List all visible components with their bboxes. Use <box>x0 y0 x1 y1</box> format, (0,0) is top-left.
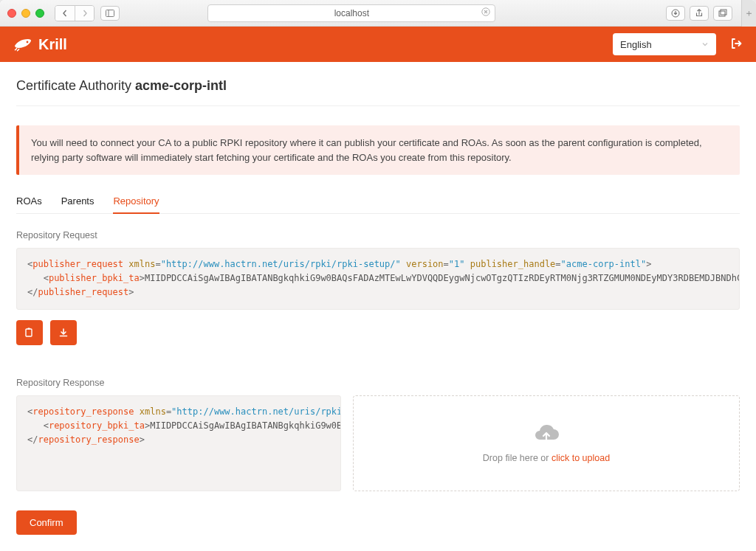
ca-name: acme-corp-intl <box>135 78 227 93</box>
confirm-button[interactable]: Confirm <box>16 510 77 535</box>
app-brand-text: Krill <box>38 36 67 53</box>
app-logo[interactable]: Krill <box>13 36 67 53</box>
page-title-prefix: Certificate Authority <box>16 78 135 93</box>
logout-button[interactable] <box>729 37 743 52</box>
download-button[interactable] <box>50 320 77 345</box>
share-icon[interactable] <box>690 6 709 21</box>
dropzone-text: Drop file here or click to upload <box>483 453 610 463</box>
download-icon <box>58 328 69 338</box>
svg-rect-8 <box>28 328 30 329</box>
titlebar-right <box>666 6 732 21</box>
browser-window: localhost ＋ Krill <box>0 0 756 551</box>
response-row: <repository_response xmlns="http://www.h… <box>16 395 740 491</box>
new-tab-button[interactable]: ＋ <box>741 0 756 27</box>
tabs-overview-icon[interactable] <box>713 6 732 21</box>
minimize-window-icon[interactable] <box>21 9 30 18</box>
language-select-value: English <box>620 39 652 50</box>
svg-point-6 <box>27 41 29 44</box>
forward-button[interactable] <box>75 6 94 21</box>
krill-icon <box>13 37 32 52</box>
response-label: Repository Response <box>16 378 740 388</box>
browser-titlebar: localhost ＋ <box>0 0 756 27</box>
upload-link[interactable]: click to upload <box>551 453 610 463</box>
request-xml: <publisher_request xmlns="http://www.hac… <box>16 248 740 310</box>
address-bar-text: localhost <box>334 8 369 18</box>
request-actions <box>16 320 740 345</box>
language-select[interactable]: English <box>613 33 716 55</box>
svg-rect-7 <box>26 329 32 336</box>
tab-roas[interactable]: ROAs <box>16 190 42 213</box>
downloads-icon[interactable] <box>666 6 685 21</box>
request-label: Repository Request <box>16 230 740 240</box>
app-header: Krill English <box>0 27 756 62</box>
maximize-window-icon[interactable] <box>35 9 44 18</box>
nav-buttons <box>55 5 94 21</box>
copy-icon <box>24 328 35 338</box>
tab-repository[interactable]: Repository <box>113 190 159 214</box>
address-bar[interactable]: localhost <box>207 4 495 22</box>
cloud-upload-icon <box>533 423 560 446</box>
page-content: Certificate Authority acme-corp-intl You… <box>0 62 756 551</box>
page-title: Certificate Authority acme-corp-intl <box>16 78 740 106</box>
chevron-down-icon <box>701 39 709 50</box>
svg-rect-0 <box>106 10 114 16</box>
svg-rect-5 <box>721 10 726 15</box>
sidebar-toggle-icon[interactable] <box>100 6 120 21</box>
upload-dropzone[interactable]: Drop file here or click to upload <box>353 395 740 491</box>
tabs: ROAs Parents Repository <box>16 190 740 214</box>
tab-parents[interactable]: Parents <box>61 190 94 213</box>
window-controls <box>7 9 44 18</box>
notice-text: You will need to connect your CA to a pu… <box>31 137 702 163</box>
response-xml: <repository_response xmlns="http://www.h… <box>16 395 341 491</box>
svg-rect-4 <box>719 11 725 16</box>
back-button[interactable] <box>55 6 75 21</box>
copy-button[interactable] <box>16 320 43 345</box>
repository-notice: You will need to connect your CA to a pu… <box>16 125 740 175</box>
close-window-icon[interactable] <box>7 9 16 18</box>
logout-icon <box>729 37 743 50</box>
clear-address-icon[interactable] <box>481 7 490 18</box>
